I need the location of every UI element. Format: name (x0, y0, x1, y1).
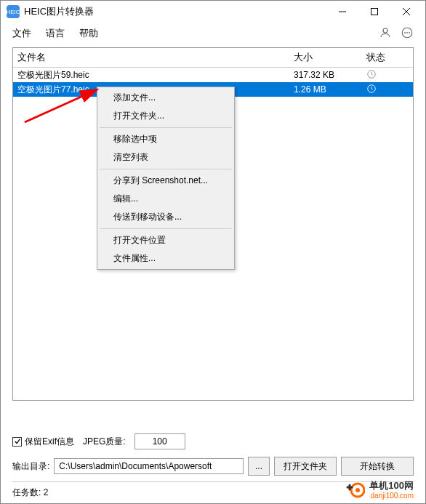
svg-point-7 (407, 32, 408, 33)
context-menu: 添加文件... 打开文件夹... 移除选中项 清空列表 分享到 Screensh… (97, 87, 235, 270)
clock-icon (366, 84, 377, 94)
keep-exif-label: 保留Exif信息 (25, 436, 74, 448)
user-icon[interactable] (379, 26, 392, 41)
ctx-remove-selected[interactable]: 移除选中项 (99, 130, 233, 148)
menu-language[interactable]: 语言 (46, 27, 65, 40)
watermark-logo-icon (345, 480, 365, 500)
close-button[interactable] (390, 1, 422, 22)
ctx-open-folder[interactable]: 打开文件夹... (99, 107, 233, 125)
menu-help[interactable]: 帮助 (79, 27, 98, 40)
ctx-open-location[interactable]: 打开文件位置 (99, 231, 233, 249)
separator (100, 169, 232, 169)
ctx-edit[interactable]: 编辑... (99, 190, 233, 208)
minimize-button[interactable] (326, 1, 358, 22)
svg-point-4 (383, 28, 387, 33)
cell-size: 317.32 KB (289, 67, 362, 83)
maximize-button[interactable] (358, 1, 390, 22)
separator (100, 127, 232, 128)
titlebar: HEIC HEIC图片转换器 (1, 1, 425, 23)
keep-exif-option[interactable]: 保留Exif信息 (12, 436, 74, 448)
app-title: HEIC图片转换器 (24, 5, 326, 18)
watermark-sub: danji100.com (369, 492, 414, 500)
cell-status (362, 81, 413, 99)
svg-point-8 (409, 32, 410, 33)
jpeg-quality-input[interactable] (134, 433, 185, 449)
header-status[interactable]: 状态 (362, 48, 413, 67)
ctx-clear-list[interactable]: 清空列表 (99, 148, 233, 167)
jpeg-quality-label: JPEG质量: (83, 436, 126, 448)
ctx-share[interactable]: 分享到 Screenshot.net... (99, 172, 233, 190)
watermark: 单机100网 danji100.com (345, 480, 414, 500)
output-dir-label: 输出目录: (12, 460, 49, 473)
task-count: 任务数: 2 (12, 487, 48, 499)
ctx-properties[interactable]: 文件属性... (99, 249, 233, 268)
ctx-add-file[interactable]: 添加文件... (99, 89, 233, 107)
menubar: 文件 语言 帮助 (1, 23, 425, 44)
output-path-input[interactable] (54, 458, 244, 474)
separator (100, 228, 232, 229)
cell-size: 1.26 MB (289, 81, 362, 97)
clock-icon (366, 69, 377, 79)
menu-file[interactable]: 文件 (12, 27, 31, 40)
checkbox-icon (12, 437, 22, 447)
list-header: 文件名 大小 状态 (13, 48, 413, 68)
feedback-icon[interactable] (401, 26, 414, 41)
start-convert-button[interactable]: 开始转换 (341, 457, 414, 476)
header-size[interactable]: 大小 (289, 48, 362, 67)
open-folder-button[interactable]: 打开文件夹 (274, 457, 337, 476)
svg-point-13 (355, 488, 360, 492)
bottom-panel: 保留Exif信息 JPEG质量: 输出目录: ... 打开文件夹 开始转换 任务… (1, 428, 425, 503)
window-controls (326, 1, 422, 22)
svg-point-6 (405, 32, 406, 33)
svg-rect-1 (371, 9, 378, 15)
app-icon: HEIC (7, 5, 20, 18)
browse-button[interactable]: ... (248, 457, 270, 476)
header-filename[interactable]: 文件名 (13, 48, 289, 67)
ctx-send-mobile[interactable]: 传送到移动设备... (99, 208, 233, 226)
watermark-main: 单机100网 (369, 480, 414, 492)
